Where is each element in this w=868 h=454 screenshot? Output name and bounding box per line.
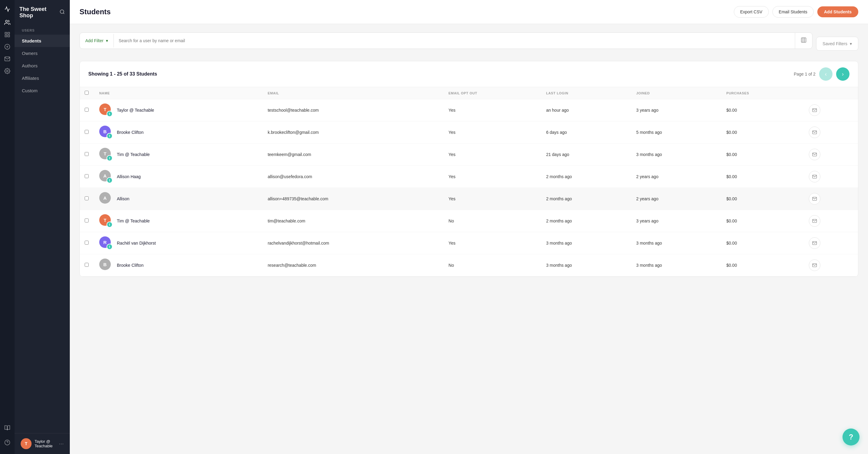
row-checkbox[interactable] bbox=[85, 130, 89, 134]
sidebar-nav: USERS Students Owners Authors Affiliates… bbox=[14, 23, 70, 234]
user-name[interactable]: Brooke Clifton bbox=[117, 130, 144, 135]
email-user-button[interactable] bbox=[809, 171, 820, 182]
email-user-button[interactable] bbox=[809, 126, 820, 138]
purchases-cell: $0.00 bbox=[721, 166, 804, 188]
email-cell: rachelvandijkhorst@hotmail.com bbox=[263, 232, 444, 254]
row-checkbox[interactable] bbox=[85, 108, 89, 112]
sidebar-icon-library[interactable] bbox=[2, 422, 13, 433]
sidebar-icon-billing[interactable] bbox=[2, 41, 13, 52]
current-user-name: Taylor @ Teachable bbox=[35, 439, 56, 448]
user-name[interactable]: Brooke Clifton bbox=[117, 263, 144, 268]
avatar: Tt bbox=[99, 148, 113, 161]
joined-cell: 2 years ago bbox=[631, 188, 721, 210]
avatar-badge: t bbox=[106, 221, 113, 228]
purchases-cell: $0.00 bbox=[721, 99, 804, 121]
col-joined: JOINED bbox=[631, 87, 721, 99]
sidebar-right-panel: The Sweet Shop USERS Students Owners Aut… bbox=[14, 0, 70, 454]
email-cell: allison@usefedora.com bbox=[263, 166, 444, 188]
user-name[interactable]: Allison bbox=[117, 196, 129, 201]
row-checkbox-cell bbox=[80, 232, 94, 254]
name-cell: AAllison bbox=[94, 188, 263, 210]
sidebar-item-custom[interactable]: Custom bbox=[14, 84, 70, 97]
table-row: BtBrooke Cliftonk.brookeclifton@gmail.co… bbox=[80, 121, 858, 144]
row-checkbox[interactable] bbox=[85, 263, 89, 267]
email-cell: testschool@teachable.com bbox=[263, 99, 444, 121]
page-title: Students bbox=[80, 8, 111, 16]
filter-row: Add Filter ▾ Saved Filters ▾ bbox=[80, 32, 858, 55]
help-button[interactable]: ? bbox=[842, 428, 860, 446]
sidebar: The Sweet Shop USERS Students Owners Aut… bbox=[0, 0, 70, 454]
col-email: EMAIL bbox=[263, 87, 444, 99]
email-user-button[interactable] bbox=[809, 149, 820, 160]
avatar: A bbox=[99, 192, 113, 206]
col-actions bbox=[804, 87, 858, 99]
row-checkbox-cell bbox=[80, 166, 94, 188]
email-students-button[interactable]: Email Students bbox=[772, 6, 814, 18]
sidebar-item-students[interactable]: Students bbox=[14, 35, 70, 47]
search-icon[interactable] bbox=[60, 9, 65, 16]
email-user-button[interactable] bbox=[809, 104, 820, 116]
joined-cell: 3 years ago bbox=[631, 210, 721, 232]
saved-filters-button[interactable]: Saved Filters ▾ bbox=[816, 37, 858, 51]
sidebar-icon-dashboard[interactable] bbox=[2, 29, 13, 40]
sidebar-icon-mail[interactable] bbox=[2, 53, 13, 64]
email-opt-out-cell: No bbox=[444, 254, 541, 276]
sidebar-item-affiliates[interactable]: Affiliates bbox=[14, 72, 70, 84]
row-checkbox-cell bbox=[80, 254, 94, 276]
avatar-badge: t bbox=[106, 155, 113, 161]
col-last-login: LAST LOGIN bbox=[541, 87, 631, 99]
sidebar-icon-activity[interactable] bbox=[2, 4, 13, 14]
next-page-button[interactable]: › bbox=[836, 67, 849, 81]
user-name[interactable]: Tim @ Teachable bbox=[117, 218, 150, 223]
sidebar-more-button[interactable]: ⋯ bbox=[59, 441, 64, 447]
row-checkbox[interactable] bbox=[85, 218, 89, 222]
row-checkbox[interactable] bbox=[85, 174, 89, 178]
name-cell: TtTim @ Teachable bbox=[94, 210, 263, 232]
email-user-button[interactable] bbox=[809, 260, 820, 271]
main-header: Students Export CSV Email Students Add S… bbox=[70, 0, 868, 24]
last-login-cell: an hour ago bbox=[541, 99, 631, 121]
students-table: NAME EMAIL EMAIL OPT OUT LAST LOGIN JOIN… bbox=[80, 87, 858, 276]
email-user-button[interactable] bbox=[809, 237, 820, 249]
row-checkbox-cell bbox=[80, 188, 94, 210]
svg-rect-11 bbox=[802, 38, 806, 42]
email-opt-out-cell: Yes bbox=[444, 121, 541, 144]
email-user-button[interactable] bbox=[809, 193, 820, 205]
table-row: TtTim @ Teachableteemkeem@gmail.comYes21… bbox=[80, 144, 858, 166]
add-filter-button[interactable]: Add Filter ▾ bbox=[80, 34, 114, 47]
chevron-down-icon: ▾ bbox=[106, 38, 108, 43]
avatar-badge: t bbox=[106, 177, 113, 183]
user-name[interactable]: Allison Haag bbox=[117, 174, 141, 179]
last-login-cell: 6 days ago bbox=[541, 121, 631, 144]
row-checkbox[interactable] bbox=[85, 196, 89, 200]
sidebar-icon-users[interactable] bbox=[2, 17, 13, 28]
name-cell: TtTim @ Teachable bbox=[94, 144, 263, 166]
sidebar-icon-settings[interactable] bbox=[2, 65, 13, 77]
search-input[interactable] bbox=[119, 38, 790, 43]
export-csv-button[interactable]: Export CSV bbox=[734, 6, 769, 18]
user-name[interactable]: Tim @ Teachable bbox=[117, 152, 150, 157]
actions-cell bbox=[804, 144, 858, 166]
svg-rect-1 bbox=[5, 32, 7, 34]
prev-page-button[interactable]: ‹ bbox=[819, 67, 833, 81]
avatar: B bbox=[99, 259, 113, 272]
email-opt-out-cell: Yes bbox=[444, 144, 541, 166]
search-area bbox=[114, 38, 795, 43]
joined-cell: 3 months ago bbox=[631, 144, 721, 166]
user-name[interactable]: Taylor @ Teachable bbox=[117, 108, 154, 113]
actions-cell bbox=[804, 121, 858, 144]
select-all-checkbox[interactable] bbox=[85, 91, 89, 95]
actions-cell bbox=[804, 232, 858, 254]
name-cell: AtAllison Haag bbox=[94, 166, 263, 188]
actions-cell bbox=[804, 99, 858, 121]
row-checkbox[interactable] bbox=[85, 241, 89, 245]
user-name[interactable]: Rachèl van Dijkhorst bbox=[117, 241, 156, 245]
sidebar-item-authors[interactable]: Authors bbox=[14, 59, 70, 72]
sidebar-icon-help[interactable] bbox=[2, 437, 13, 448]
last-login-cell: 2 months ago bbox=[541, 166, 631, 188]
email-user-button[interactable] bbox=[809, 215, 820, 227]
columns-toggle-button[interactable] bbox=[795, 33, 812, 49]
add-students-button[interactable]: Add Students bbox=[817, 6, 858, 17]
sidebar-item-owners[interactable]: Owners bbox=[14, 47, 70, 59]
row-checkbox[interactable] bbox=[85, 152, 89, 156]
